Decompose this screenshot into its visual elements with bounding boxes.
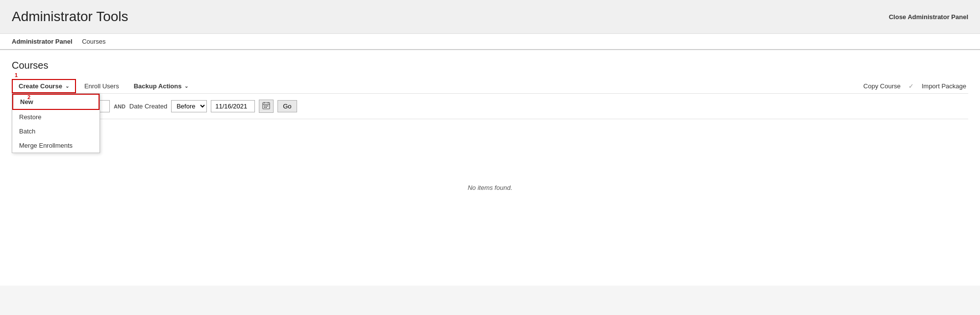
create-course-badge: 1: [15, 72, 18, 78]
dropdown-item-new[interactable]: 2 New: [12, 94, 100, 110]
dropdown-item-batch[interactable]: Batch: [12, 124, 100, 138]
filter-date-input[interactable]: [211, 100, 255, 112]
dropdown-item-merge-enrollments[interactable]: Merge Enrollments: [12, 138, 100, 153]
create-course-label: Create Course: [19, 82, 62, 90]
backup-actions-label: Backup Actions: [134, 82, 182, 90]
breadcrumb-current: Courses: [82, 38, 105, 45]
breadcrumb-separator: [76, 38, 78, 45]
svg-rect-8: [266, 107, 267, 108]
backup-actions-button[interactable]: Backup Actions ⌄: [127, 79, 195, 93]
filter-and-label: AND: [114, 104, 126, 109]
enroll-users-button[interactable]: Enroll Users: [78, 79, 126, 93]
create-course-chevron: ⌄: [65, 83, 69, 89]
svg-rect-7: [264, 107, 265, 108]
svg-rect-5: [266, 105, 267, 106]
main-content: Courses 1 Create Course ⌄ 2 New Restore: [0, 50, 980, 286]
close-panel-link[interactable]: Close Administrator Panel: [889, 13, 968, 21]
no-items-label: No items found.: [468, 184, 512, 191]
go-button[interactable]: Go: [277, 100, 297, 112]
header: Administrator Tools Close Administrator …: [0, 0, 980, 34]
new-badge: 2: [27, 94, 30, 100]
calendar-icon: [262, 102, 270, 109]
dropdown-item-restore[interactable]: Restore: [12, 110, 100, 124]
svg-rect-4: [264, 105, 265, 106]
filter-date-created-label: Date Created: [129, 103, 167, 110]
toolbar: 1 Create Course ⌄ 2 New Restore Batch: [12, 79, 968, 93]
courses-title: Courses: [12, 60, 968, 71]
create-course-button[interactable]: Create Course ⌄: [12, 79, 76, 93]
create-course-dropdown-menu: 2 New Restore Batch Merge Enrollments: [12, 93, 100, 153]
toolbar-container: 1 Create Course ⌄ 2 New Restore Batch: [12, 79, 968, 119]
copy-course-button[interactable]: Copy Course: [861, 80, 903, 92]
page-title: Administrator Tools: [12, 9, 128, 25]
filter-before-select[interactable]: BeforeAfter: [171, 100, 207, 112]
breadcrumb-parent[interactable]: Administrator Panel: [12, 38, 73, 45]
import-package-button[interactable]: Import Package: [920, 80, 968, 92]
import-package-separator: ✓: [908, 82, 914, 90]
breadcrumb: Administrator Panel Courses: [0, 34, 980, 50]
content-area: No items found.: [12, 119, 968, 256]
backup-actions-chevron: ⌄: [184, 83, 188, 89]
create-course-dropdown-wrapper: 1 Create Course ⌄ 2 New Restore Batch: [12, 79, 78, 93]
toolbar-right: Copy Course ✓ Import Package: [861, 80, 968, 92]
filter-row: AND Date Created BeforeAfter Go: [12, 93, 968, 119]
enroll-users-label: Enroll Users: [84, 82, 119, 90]
calendar-button[interactable]: [259, 100, 274, 113]
svg-rect-6: [267, 105, 268, 106]
